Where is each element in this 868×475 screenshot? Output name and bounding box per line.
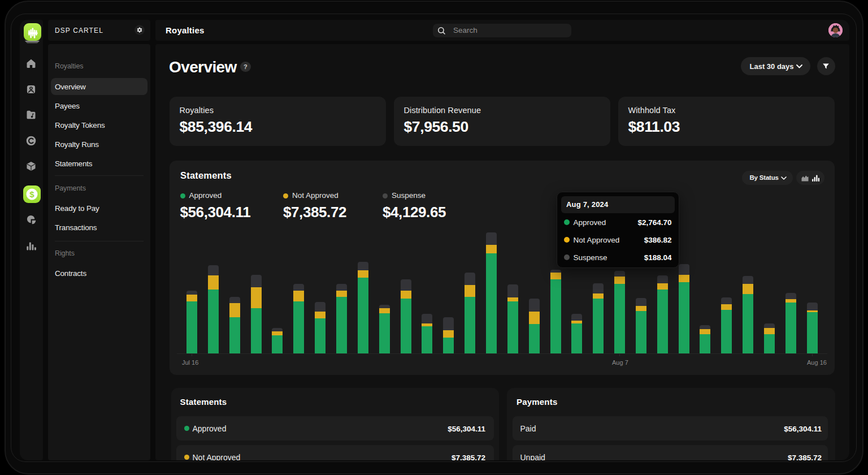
svg-text:$: $ [29,189,34,199]
